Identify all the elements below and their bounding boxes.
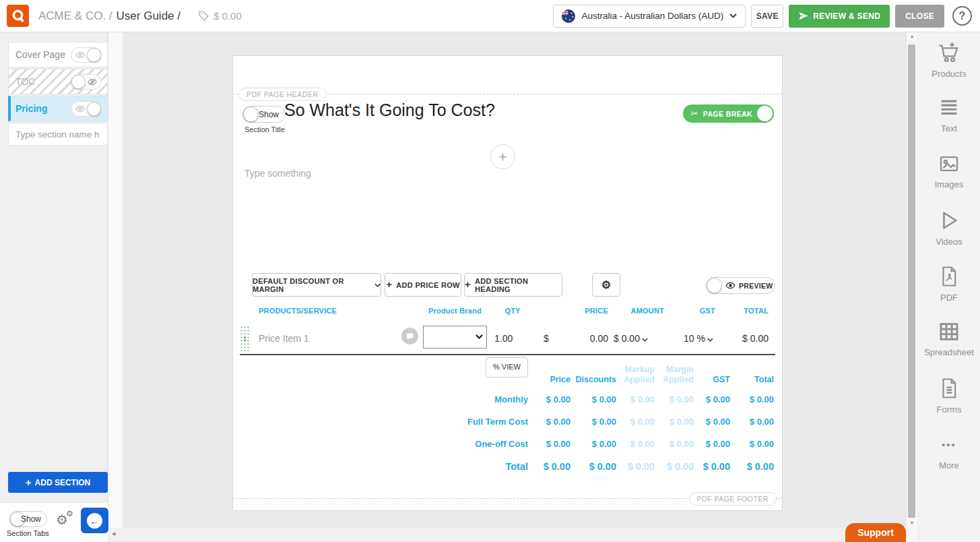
plus-icon: + bbox=[465, 278, 471, 290]
sidebar-item-forms[interactable]: Forms bbox=[918, 376, 980, 432]
add-content-block-button[interactable]: + bbox=[490, 144, 515, 169]
sidebar-item-images[interactable]: Images bbox=[918, 152, 980, 208]
vertical-scrollbar[interactable]: ▲ ▼ bbox=[906, 32, 917, 542]
section-title-show-toggle[interactable]: Show bbox=[242, 106, 286, 123]
sum-value: $ 0.00 bbox=[528, 455, 570, 477]
sum-value: $ 0.00 bbox=[570, 388, 616, 411]
ellipsis-icon: ••• bbox=[942, 432, 956, 456]
qty-value[interactable]: 1.00 bbox=[494, 333, 513, 344]
sum-value: $ 0.00 bbox=[694, 411, 730, 433]
paper-plane-icon bbox=[798, 11, 808, 21]
text-lines-icon bbox=[938, 96, 960, 119]
cart-plus-icon bbox=[936, 40, 962, 65]
price-table-settings-button[interactable]: ⚙ bbox=[592, 273, 620, 297]
sidebar-item-pricing[interactable]: Pricing bbox=[8, 96, 108, 121]
content-blocks-sidebar: Products Text Images Videos PDF Spreadsh… bbox=[918, 32, 980, 542]
page-break-toggle[interactable]: ✂ PAGE BREAK bbox=[683, 104, 774, 123]
sum-row-label: Monthly bbox=[455, 388, 528, 411]
sidebar-item-more[interactable]: ••• More bbox=[918, 432, 980, 488]
section-label: Pricing bbox=[15, 103, 71, 114]
sidebar-item-cover-page[interactable]: Cover Page bbox=[8, 42, 108, 67]
breadcrumb-brand[interactable]: ACME & CO. / bbox=[38, 9, 112, 23]
preview-toggle[interactable]: PREVIEW bbox=[706, 277, 775, 294]
comment-bubble-button[interactable] bbox=[401, 328, 418, 344]
body-text-placeholder[interactable]: Type something bbox=[244, 168, 311, 179]
amount-dropdown[interactable]: $ 0.00 bbox=[614, 333, 648, 344]
pdf-page-header-pill: PDF PAGE HEADER bbox=[238, 88, 327, 101]
sidebar-item-text[interactable]: Text bbox=[918, 96, 980, 152]
scroll-down-arrow[interactable]: ▼ bbox=[907, 520, 917, 525]
review-and-send-button[interactable]: REVIEW & SEND bbox=[789, 5, 890, 28]
sum-value: $ 0.00 bbox=[655, 455, 694, 477]
chevron-down-icon bbox=[476, 334, 483, 339]
settings-gears-button[interactable]: ⚙ ⚙ bbox=[56, 512, 76, 532]
visibility-toggle[interactable] bbox=[71, 74, 102, 90]
sum-value: $ 0.00 bbox=[570, 455, 616, 477]
row-drag-handle[interactable]: ↕ bbox=[240, 326, 250, 351]
support-button[interactable]: Support bbox=[845, 523, 906, 542]
australia-flag-icon bbox=[562, 9, 575, 23]
section-tabs-show-toggle[interactable]: Show bbox=[9, 511, 47, 527]
visibility-toggle[interactable] bbox=[71, 47, 102, 63]
percent-view-button[interactable]: % VIEW bbox=[486, 357, 528, 378]
topbar: ACME & CO. / User Guide / $ 0.00 Austral… bbox=[0, 0, 980, 32]
sum-value: $ 0.00 bbox=[570, 411, 616, 433]
show-toggle-label: Show bbox=[21, 514, 41, 524]
sum-value: $ 0.00 bbox=[655, 411, 694, 433]
plus-icon: + bbox=[386, 278, 392, 290]
currency-selector[interactable]: Australia - Australian Dollars (AUD) bbox=[553, 5, 746, 28]
tag-icon bbox=[198, 10, 209, 22]
page-card: PDF PAGE HEADER Show So What's It Going … bbox=[232, 55, 783, 511]
quote-total-value: $ 0.00 bbox=[214, 10, 242, 22]
help-button[interactable]: ? bbox=[952, 6, 972, 26]
horizontal-scrollbar[interactable]: ◀ bbox=[108, 528, 906, 540]
sum-value: $ 0.00 bbox=[730, 388, 774, 411]
sum-col-total: Total bbox=[730, 356, 774, 388]
sidebar-item-pdf[interactable]: PDF bbox=[918, 264, 980, 320]
visibility-toggle[interactable] bbox=[71, 101, 102, 117]
sum-col-markup-applied: Markup Applied bbox=[616, 356, 655, 388]
pdf-file-icon bbox=[938, 264, 960, 289]
breadcrumb-document-title[interactable]: User Guide / bbox=[117, 9, 181, 23]
sum-col-discounts: Discounts bbox=[570, 356, 616, 388]
speech-bubble-icon bbox=[405, 332, 414, 340]
sidebar-item-products[interactable]: Products bbox=[918, 40, 980, 96]
section-title-text[interactable]: So What's It Going To Cost? bbox=[284, 100, 495, 120]
add-section-button[interactable]: + ADD SECTION bbox=[8, 472, 108, 493]
editor-canvas: PDF PAGE HEADER Show So What's It Going … bbox=[108, 32, 906, 528]
sum-col-price: Price bbox=[528, 356, 570, 388]
pricing-summary: % VIEW Price Discounts Markup Applied Ma… bbox=[455, 356, 774, 477]
save-button[interactable]: SAVE bbox=[751, 5, 783, 28]
vertical-scrollbar-thumb[interactable] bbox=[908, 44, 915, 518]
price-value[interactable]: 0.00 bbox=[556, 333, 608, 344]
gst-dropdown[interactable]: 10 % bbox=[684, 333, 713, 344]
plus-icon: + bbox=[498, 149, 507, 165]
sum-value: $ 0.00 bbox=[730, 433, 774, 455]
app-logo-icon[interactable] bbox=[7, 5, 29, 27]
chevron-down-icon bbox=[642, 338, 648, 342]
eye-icon bbox=[75, 105, 85, 113]
toggle-knob bbox=[87, 48, 101, 62]
canvas-gutter bbox=[108, 32, 123, 528]
sum-value: $ 0.00 bbox=[694, 455, 730, 477]
sidebar-item-spreadsheet[interactable]: Spreadsheet bbox=[918, 320, 980, 376]
scroll-up-arrow[interactable]: ▲ bbox=[907, 34, 917, 38]
new-section-name-input[interactable] bbox=[8, 123, 108, 146]
sidebar-footer: Show Section Tabs ⚙ ⚙ ← bbox=[0, 502, 108, 542]
add-price-row-button[interactable]: + ADD PRICE ROW bbox=[385, 273, 461, 297]
close-button[interactable]: CLOSE bbox=[895, 5, 944, 28]
topbar-actions: Australia - Australian Dollars (AUD) SAV… bbox=[553, 5, 972, 28]
question-mark-icon: ? bbox=[959, 10, 966, 22]
chevron-down-icon bbox=[707, 338, 713, 342]
sidebar-item-toc[interactable]: TOC bbox=[8, 69, 108, 94]
product-brand-select[interactable] bbox=[423, 326, 487, 349]
section-label: TOC bbox=[15, 76, 71, 87]
collapse-sidebar-button[interactable]: ← bbox=[81, 508, 108, 533]
scroll-left-arrow[interactable]: ◀ bbox=[112, 531, 115, 537]
default-discount-margin-button[interactable]: DEFAULT DISCOUNT OR MARGIN bbox=[252, 273, 381, 297]
add-section-heading-button[interactable]: + ADD SECTION HEADING bbox=[464, 273, 562, 297]
price-item-name[interactable]: Price Item 1 bbox=[259, 333, 309, 344]
eye-icon bbox=[75, 51, 85, 59]
sidebar-item-videos[interactable]: Videos bbox=[918, 208, 980, 264]
sum-value: $ 0.00 bbox=[528, 411, 570, 433]
